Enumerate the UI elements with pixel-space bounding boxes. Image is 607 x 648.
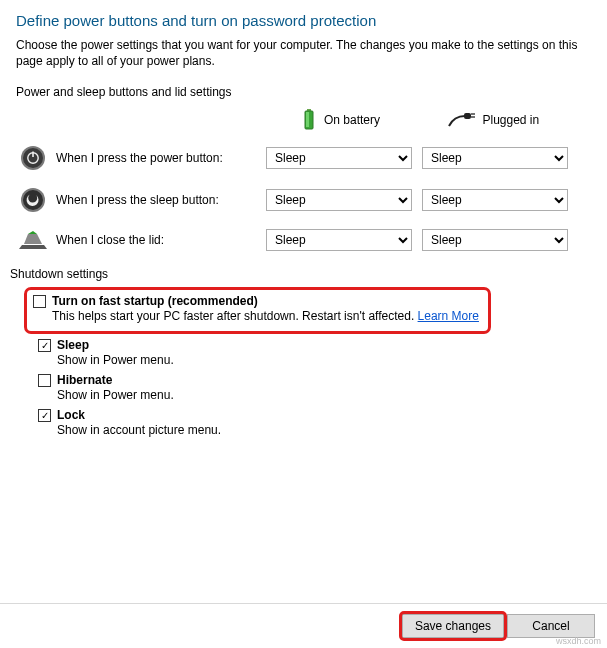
save-button-highlight: Save changes xyxy=(402,614,504,638)
svg-marker-14 xyxy=(28,231,37,234)
fast-startup-checkbox[interactable] xyxy=(33,295,46,308)
sleep-button-icon xyxy=(16,187,50,213)
column-headers: On battery Plugged in xyxy=(302,109,591,131)
shutdown-options: Sleep Show in Power menu. Hibernate Show… xyxy=(38,338,591,437)
col-header-battery: On battery xyxy=(302,109,447,131)
shutdown-section-label: Shutdown settings xyxy=(10,267,591,281)
footer: Save changes Cancel xyxy=(0,603,607,648)
row-sleep-button: When I press the sleep button: Sleep Sle… xyxy=(16,187,591,213)
hibernate-checkbox[interactable] xyxy=(38,374,51,387)
opt-hibernate-title: Hibernate xyxy=(57,373,112,387)
row-power-label: When I press the power button: xyxy=(50,151,266,165)
power-button-icon xyxy=(16,145,50,171)
opt-hibernate-desc: Show in Power menu. xyxy=(57,388,591,402)
save-button[interactable]: Save changes xyxy=(402,614,504,638)
opt-sleep-desc: Show in Power menu. xyxy=(57,353,591,367)
svg-marker-13 xyxy=(24,234,42,244)
col-header-battery-label: On battery xyxy=(324,113,380,127)
fast-startup-highlight: Turn on fast startup (recommended) This … xyxy=(24,287,491,334)
svg-point-11 xyxy=(23,190,43,210)
row-sleep-label: When I press the sleep button: xyxy=(50,193,266,207)
opt-lock-title: Lock xyxy=(57,408,85,422)
sleep-battery-select[interactable]: Sleep xyxy=(266,189,412,211)
battery-icon xyxy=(302,109,316,131)
svg-point-7 xyxy=(23,148,43,168)
cancel-button[interactable]: Cancel xyxy=(507,614,595,638)
row-power-button: When I press the power button: Sleep Sle… xyxy=(16,145,591,171)
fast-startup-desc: This helps start your PC faster after sh… xyxy=(52,309,482,323)
lid-battery-select[interactable]: Sleep xyxy=(266,229,412,251)
svg-rect-2 xyxy=(306,112,309,127)
buttons-section-label: Power and sleep buttons and lid settings xyxy=(16,85,591,99)
row-lid-label: When I close the lid: xyxy=(50,233,266,247)
power-battery-select[interactable]: Sleep xyxy=(266,147,412,169)
sleep-checkbox[interactable] xyxy=(38,339,51,352)
sleep-plugged-select[interactable]: Sleep xyxy=(422,189,568,211)
opt-lock-desc: Show in account picture menu. xyxy=(57,423,591,437)
lock-checkbox[interactable] xyxy=(38,409,51,422)
learn-more-link[interactable]: Learn More xyxy=(418,309,479,323)
col-header-plugged-label: Plugged in xyxy=(483,113,540,127)
row-close-lid: When I close the lid: Sleep Sleep xyxy=(16,229,591,251)
power-plugged-select[interactable]: Sleep xyxy=(422,147,568,169)
page-title: Define power buttons and turn on passwor… xyxy=(16,12,591,29)
page-description: Choose the power settings that you want … xyxy=(16,37,591,69)
fast-startup-title: Turn on fast startup (recommended) xyxy=(52,294,258,308)
lid-plugged-select[interactable]: Sleep xyxy=(422,229,568,251)
plug-icon xyxy=(447,112,475,128)
svg-marker-12 xyxy=(19,245,47,249)
opt-sleep-title: Sleep xyxy=(57,338,89,352)
col-header-plugged: Plugged in xyxy=(447,112,592,128)
svg-rect-3 xyxy=(464,113,471,119)
lid-icon xyxy=(16,229,50,251)
